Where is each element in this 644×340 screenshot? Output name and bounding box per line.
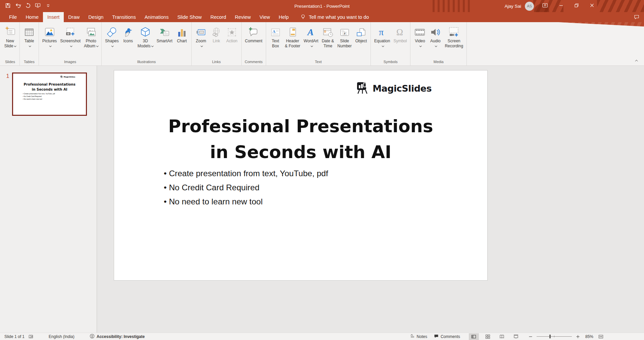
ribbon-button-icons[interactable]: Icons [120, 23, 136, 59]
ribbon-button-screenshot[interactable]: Screenshot [58, 23, 82, 59]
minimize-button[interactable] [553, 0, 569, 12]
ribbon-group-links: Zoom Link Action Links [192, 22, 242, 65]
bullet-item: Create presentation from text, YouTube, … [23, 93, 55, 95]
accessibility-checker[interactable]: Accessibility: Investigate [90, 334, 145, 340]
user-name[interactable]: Ajay Sai [504, 4, 521, 9]
ribbon-button-shapes[interactable]: Shapes [103, 23, 120, 59]
thumbnail-logo-text: MagicSlides [64, 76, 75, 78]
feedback-button[interactable] [633, 13, 641, 21]
undo-button[interactable] [13, 1, 23, 11]
thumbnail-slide-title: Professional Presentations in Seconds wi… [13, 82, 86, 92]
ribbon-button-link: Link [209, 23, 224, 59]
zoom-out-button[interactable] [527, 333, 534, 340]
ribbon-button-chart[interactable]: Chart [174, 23, 190, 59]
redo-button[interactable] [23, 1, 33, 11]
tab-insert[interactable]: Insert [43, 12, 64, 22]
tab-transitions[interactable]: Transitions [108, 12, 140, 22]
statusbar: Slide 1 of 1 English (India) Accessibili… [0, 333, 644, 340]
minimize-icon [559, 3, 563, 9]
ribbon-button-equation[interactable]: π Equation [373, 23, 392, 59]
view-normal-button[interactable] [469, 333, 479, 340]
chevron-down-icon [151, 45, 154, 47]
slide-logo-text: MagicSlides [373, 83, 432, 94]
ribbon-button-video[interactable]: Video [412, 23, 428, 59]
language-selector[interactable]: English (India) [49, 334, 75, 339]
ribbon-display-options-button[interactable] [539, 0, 551, 12]
tab-record[interactable]: Record [206, 12, 231, 22]
ribbon-button-comment[interactable]: Comment [243, 23, 264, 59]
ribbon-button-wordart[interactable]: A WordArt [302, 23, 320, 59]
ribbon-button-table[interactable]: Table [21, 23, 37, 59]
bullet-item: Create presentation from text, YouTube, … [164, 168, 328, 179]
tab-design[interactable]: Design [84, 12, 108, 22]
slide-body-textbox[interactable]: Create presentation from text, YouTube, … [164, 168, 328, 211]
tab-draw[interactable]: Draw [64, 12, 84, 22]
ribbon-button-zoom[interactable]: Zoom [193, 23, 209, 59]
ribbon-corner-art [558, 22, 644, 27]
user-avatar[interactable]: AS [525, 2, 534, 11]
view-slide-sorter-button[interactable] [483, 333, 493, 340]
ribbon-button-text-box[interactable]: A Text Box [268, 23, 283, 59]
ribbon-button-header-footer[interactable]: Header & Footer [283, 23, 302, 59]
chevron-down-icon [14, 45, 16, 47]
start-slideshow-button[interactable] [33, 1, 43, 11]
chart-icon [177, 23, 187, 39]
header-footer-icon [288, 23, 298, 39]
slide-logo[interactable]: MagicSlides [356, 81, 432, 96]
tab-help[interactable]: Help [274, 12, 293, 22]
slide-canvas[interactable]: MagicSlides Professional Presentations i… [114, 70, 487, 280]
slide-thumbnail-1[interactable]: MagicSlides Professional Presentations i… [12, 72, 87, 116]
ribbon-button-object[interactable]: Object [353, 23, 369, 59]
slide-title-textbox[interactable]: Professional Presentations in Seconds wi… [114, 113, 487, 165]
zoom-slider-handle[interactable] [549, 335, 551, 338]
save-button[interactable] [3, 1, 13, 11]
new-slide-icon [4, 23, 16, 39]
ribbon-group-illustrations: Shapes Icons 3D Models SmartArt [102, 22, 192, 65]
slide-editing-area[interactable]: MagicSlides Professional Presentations i… [97, 66, 644, 333]
ribbon-button-slide-number[interactable]: # Slide Number [336, 23, 353, 59]
comments-toggle[interactable]: Comments [434, 334, 460, 339]
chevron-down-icon [111, 45, 114, 47]
view-reading-button[interactable] [497, 333, 507, 340]
tell-me-box[interactable]: Tell me what you want to do [300, 12, 369, 22]
slide-number-icon: # [340, 23, 350, 39]
tab-animations[interactable]: Animations [140, 12, 173, 22]
start-slideshow-icon [35, 3, 41, 10]
tab-home[interactable]: Home [21, 12, 43, 22]
close-button[interactable] [584, 0, 600, 12]
ribbon-button-photo-album[interactable]: Photo Album [82, 23, 100, 59]
notes-toggle[interactable]: Notes [410, 334, 427, 339]
slide-counter[interactable]: Slide 1 of 1 [4, 334, 24, 339]
ribbon-button-smartart[interactable]: SmartArt [155, 23, 174, 59]
ribbon-button-screen-recording[interactable]: Screen Recording [443, 23, 465, 59]
view-slideshow-button[interactable] [511, 333, 521, 340]
ribbon-button-pictures[interactable]: Pictures [41, 23, 58, 59]
customize-qat-button[interactable] [43, 1, 53, 11]
tab-file[interactable]: File [5, 12, 21, 22]
photo-album-icon [86, 23, 96, 39]
spellcheck-button[interactable] [29, 334, 34, 339]
tab-review[interactable]: Review [231, 12, 255, 22]
ribbon-button-3d-models[interactable]: 3D Models [136, 23, 155, 59]
screenshot-icon [65, 23, 76, 39]
magicslides-logo-icon [60, 76, 63, 79]
tab-slide-show[interactable]: Slide Show [173, 12, 206, 22]
ribbon-group-comments: Comment Comments [242, 22, 266, 65]
slide-thumbnail-panel[interactable]: 1 MagicSlides Professional Presentations… [0, 66, 97, 333]
tab-view[interactable]: View [255, 12, 274, 22]
ribbon-button-new-slide[interactable]: New Slide [2, 23, 18, 59]
restore-button[interactable] [569, 0, 584, 12]
collapse-ribbon-button[interactable] [635, 59, 639, 62]
ribbon-button-audio[interactable]: Audio [428, 23, 443, 59]
zoom-slider[interactable] [537, 336, 572, 337]
group-label-illustrations: Illustrations [102, 59, 191, 65]
thumbnail-slide-bullets: Create presentation from text, YouTube, … [23, 93, 55, 101]
fit-to-window-button[interactable] [597, 333, 604, 340]
screen-recording-icon [448, 23, 459, 39]
zoom-level[interactable]: 85% [585, 334, 593, 339]
group-label-text: Text [267, 59, 370, 65]
ribbon-button-date-time[interactable]: Date & Time [320, 23, 336, 59]
chevron-down-icon [419, 45, 422, 47]
zoom-in-button[interactable] [575, 333, 581, 340]
ribbon-group-symbols: π Equation Ω Symbol Symbols [371, 22, 410, 65]
